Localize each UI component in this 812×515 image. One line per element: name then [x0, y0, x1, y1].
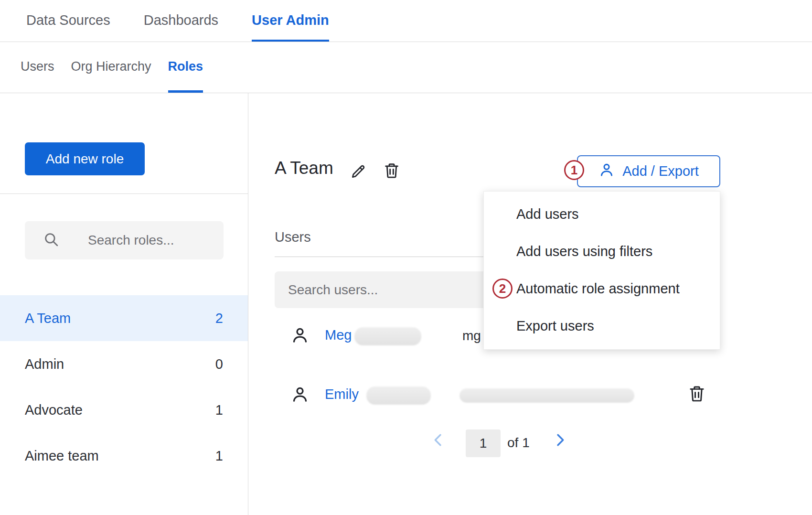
role-name: Advocate [25, 402, 83, 418]
role-name: A Team [25, 311, 71, 326]
search-roles-input[interactable] [88, 233, 205, 248]
chevron-left-icon [431, 442, 446, 449]
annotation-step-2-badge: 2 [492, 279, 513, 299]
pagination-total-label: of 1 [507, 435, 530, 451]
search-icon [43, 231, 59, 249]
tab-dashboards[interactable]: Dashboards [144, 0, 218, 42]
tab-org-hierarchy[interactable]: Org Hierarchy [71, 42, 151, 93]
role-count: 1 [215, 402, 223, 418]
redacted-last-name [366, 386, 431, 405]
add-new-role-button[interactable]: Add new role [25, 142, 145, 175]
user-email: mg [462, 328, 481, 343]
role-row-aimee-team[interactable]: Aimee team 1 [0, 433, 248, 479]
menu-item-automatic-role-assignment[interactable]: 2 Automatic role assignment [484, 270, 720, 307]
pagination-next-button[interactable] [552, 432, 567, 449]
role-count: 0 [215, 356, 223, 372]
role-row-a-team[interactable]: A Team 2 [0, 295, 248, 341]
edit-role-button[interactable] [350, 162, 368, 182]
user-name-link[interactable]: Meg [325, 327, 352, 343]
menu-item-export-users[interactable]: Export users [484, 307, 720, 344]
secondary-nav: Users Org Hierarchy Roles [0, 42, 812, 93]
role-name: Admin [25, 356, 64, 372]
menu-item-add-users-using-filters[interactable]: Add users using filters [484, 233, 720, 270]
trash-icon [382, 174, 401, 182]
person-icon [598, 161, 615, 181]
role-list: A Team 2 Admin 0 Advocate 1 Aimee team 1 [0, 295, 248, 479]
trash-icon [687, 398, 707, 405]
pencil-icon [350, 174, 368, 182]
tab-users[interactable]: Users [21, 42, 54, 93]
remove-user-button[interactable] [687, 384, 707, 405]
redacted-email [459, 388, 634, 403]
role-row-advocate[interactable]: Advocate 1 [0, 387, 248, 433]
redacted-last-name [354, 327, 421, 345]
role-name: Aimee team [25, 448, 99, 464]
delete-role-button[interactable] [382, 161, 401, 182]
search-roles-box [25, 221, 224, 259]
person-icon [290, 325, 310, 346]
primary-nav: Data Sources Dashboards User Admin [0, 0, 812, 42]
add-export-label: Add / Export [622, 163, 699, 179]
tab-roles[interactable]: Roles [168, 42, 203, 93]
page-title: A Team [275, 158, 333, 178]
tab-user-admin[interactable]: User Admin [252, 0, 329, 42]
tab-data-sources[interactable]: Data Sources [26, 0, 110, 42]
role-detail-panel: A Team 1 [248, 93, 812, 515]
pagination-previous-button[interactable] [431, 432, 446, 449]
users-column-header: Users [275, 229, 311, 245]
menu-item-label: Automatic role assignment [516, 281, 680, 297]
add-export-menu: Add users Add users using filters 2 Auto… [483, 191, 720, 350]
pagination-current-page[interactable]: 1 [466, 429, 501, 457]
annotation-step-1-badge: 1 [564, 160, 584, 180]
person-icon [290, 385, 310, 406]
add-export-button[interactable]: Add / Export [577, 155, 720, 187]
role-count: 1 [215, 448, 223, 464]
role-count: 2 [215, 311, 223, 326]
page: Data Sources Dashboards User Admin Users… [0, 0, 812, 515]
role-row-admin[interactable]: Admin 0 [0, 341, 248, 387]
menu-item-add-users[interactable]: Add users [484, 195, 720, 233]
sidebar-divider [0, 193, 248, 194]
user-name-link[interactable]: Emily [325, 386, 359, 402]
roles-sidebar: Add new role A Team 2 Admin 0 Advocate 1 [0, 93, 248, 515]
chevron-right-icon [552, 442, 567, 449]
